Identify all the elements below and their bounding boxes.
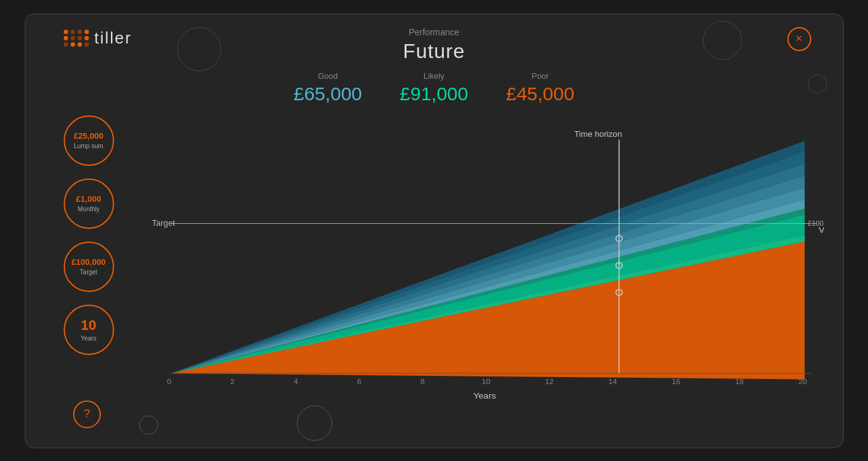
svg-text:Target: Target: [152, 218, 175, 227]
param-target-label: Target: [80, 269, 98, 276]
logo-icon: [64, 30, 90, 47]
page-header: Performance Future: [403, 27, 465, 63]
stat-likely-value: £91,000: [400, 83, 468, 105]
deco-circle-bottom-left: [139, 416, 158, 435]
deco-circle-top-left: [177, 27, 221, 71]
help-button[interactable]: ?: [73, 400, 101, 428]
main-screen: tiller Performance Future Good £65,000 L…: [25, 13, 844, 448]
param-years-label: Years: [81, 335, 96, 342]
svg-text:8: 8: [420, 377, 425, 385]
header-subtitle: Performance: [403, 27, 465, 37]
param-years-value: 10: [81, 317, 96, 334]
chart-area: Target £100k Time horizon 0 2 4 6 8 10: [152, 122, 824, 409]
svg-text:10: 10: [482, 377, 490, 385]
header-title: Future: [403, 40, 465, 63]
svg-text:4: 4: [294, 377, 298, 385]
svg-text:14: 14: [608, 377, 617, 385]
svg-text:18: 18: [735, 377, 744, 385]
param-target-value: £100,000: [71, 257, 105, 267]
performance-chart: Target £100k Time horizon 0 2 4 6 8 10: [152, 122, 824, 409]
svg-text:Years: Years: [473, 391, 496, 400]
param-target[interactable]: £100,000 Target: [64, 242, 114, 292]
param-monthly-value: £1,000: [76, 194, 101, 204]
param-lump-sum-value: £25,000: [74, 131, 103, 141]
deco-circle-top-right: [703, 21, 742, 60]
stat-likely: Likely £91,000: [400, 71, 468, 105]
stat-poor-value: £45,000: [506, 83, 574, 105]
deco-circle-bottom-mid: [297, 406, 332, 441]
svg-text:Time horizon: Time horizon: [574, 129, 622, 138]
svg-text:16: 16: [671, 377, 680, 385]
param-years[interactable]: 10 Years: [64, 305, 114, 355]
svg-text:20: 20: [798, 377, 807, 385]
svg-text:12: 12: [545, 377, 553, 385]
stat-good: Good £65,000: [294, 71, 362, 105]
left-panel: £25,000 Lump sum £1,000 Monthly £100,000…: [64, 115, 114, 355]
stats-row: Good £65,000 Likely £91,000 Poor £45,000: [294, 71, 574, 105]
stat-good-value: £65,000: [294, 83, 362, 105]
param-lump-sum-label: Lump sum: [74, 143, 103, 149]
param-monthly[interactable]: £1,000 Monthly: [64, 178, 114, 229]
close-button[interactable]: ×: [787, 27, 811, 51]
logo: tiller: [64, 28, 132, 48]
svg-text:6: 6: [357, 377, 361, 385]
logo-text: tiller: [95, 28, 132, 48]
stat-poor: Poor £45,000: [506, 71, 574, 105]
param-lump-sum[interactable]: £25,000 Lump sum: [64, 115, 114, 166]
svg-text:Value: Value: [818, 225, 823, 234]
svg-text:2: 2: [230, 377, 234, 385]
stat-likely-label: Likely: [400, 71, 468, 81]
stat-good-label: Good: [294, 71, 362, 81]
deco-circle-small-right: [808, 74, 827, 93]
stat-poor-label: Poor: [506, 71, 574, 81]
svg-text:0: 0: [167, 377, 171, 385]
param-monthly-label: Monthly: [78, 206, 100, 213]
